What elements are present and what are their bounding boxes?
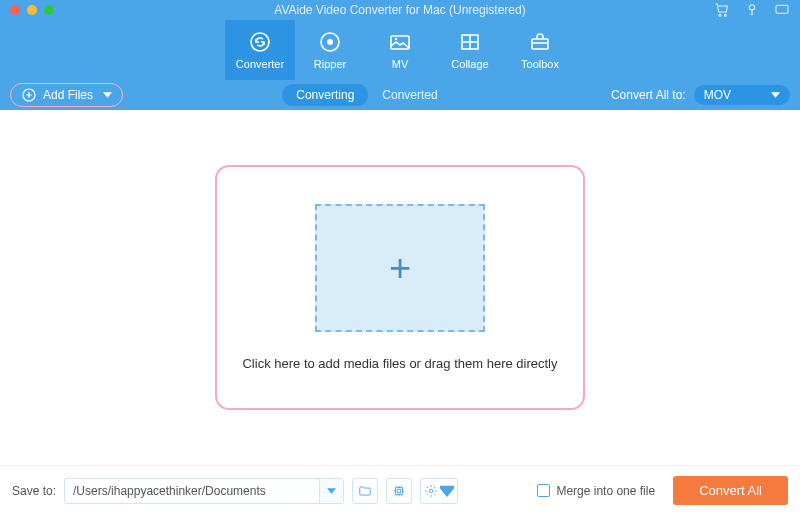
nav-label: MV	[392, 58, 409, 70]
key-icon[interactable]	[744, 2, 760, 18]
feedback-icon[interactable]	[774, 2, 790, 18]
ripper-icon	[318, 30, 342, 54]
svg-rect-7	[391, 36, 409, 49]
svg-rect-10	[532, 39, 548, 49]
minimize-window-button[interactable]	[27, 5, 37, 15]
cart-icon[interactable]	[714, 2, 730, 18]
nav-converter[interactable]: Converter	[225, 20, 295, 80]
nav-label: Collage	[451, 58, 488, 70]
chevron-down-icon	[771, 92, 780, 98]
window-title: AVAide Video Converter for Mac (Unregist…	[0, 3, 800, 17]
plus-circle-icon	[21, 87, 37, 103]
svg-point-0	[719, 14, 721, 16]
chevron-down-icon	[103, 92, 112, 98]
bottom-bar: Save to: Merge into one file Convert All	[0, 465, 800, 515]
save-to-label: Save to:	[12, 484, 56, 498]
close-window-button[interactable]	[10, 5, 20, 15]
traffic-lights	[10, 5, 54, 15]
save-to-dropdown[interactable]	[319, 479, 343, 503]
nav-label: Ripper	[314, 58, 346, 70]
gpu-accel-button[interactable]	[386, 478, 412, 504]
add-files-button[interactable]: Add Files	[10, 83, 123, 107]
mv-icon	[388, 30, 412, 54]
converter-icon	[248, 30, 272, 54]
dropzone[interactable]: + Click here to add media files or drag …	[215, 165, 585, 410]
toolbox-icon	[528, 30, 552, 54]
nav-toolbox[interactable]: Toolbox	[505, 20, 575, 80]
folder-icon	[358, 484, 372, 498]
nav-label: Converter	[236, 58, 284, 70]
main-nav: Converter Ripper MV Collage Toolbox	[0, 20, 800, 80]
svg-point-2	[749, 5, 754, 10]
svg-rect-12	[396, 487, 403, 494]
main-area: + Click here to add media files or drag …	[0, 110, 800, 465]
maximize-window-button[interactable]	[44, 5, 54, 15]
chevron-down-icon	[327, 488, 336, 494]
convert-all-to-label: Convert All to:	[611, 88, 686, 102]
settings-button[interactable]	[420, 478, 458, 504]
svg-point-14	[429, 489, 433, 493]
tab-converting[interactable]: Converting	[282, 84, 368, 106]
gear-icon	[424, 484, 438, 498]
add-files-label: Add Files	[43, 88, 93, 102]
nav-mv[interactable]: MV	[365, 20, 435, 80]
convert-all-to: Convert All to: MOV	[611, 85, 790, 105]
svg-point-6	[327, 39, 333, 45]
merge-label: Merge into one file	[556, 484, 655, 498]
nav-label: Toolbox	[521, 58, 559, 70]
nav-ripper[interactable]: Ripper	[295, 20, 365, 80]
svg-point-8	[395, 38, 397, 40]
plus-icon: +	[389, 247, 411, 290]
svg-rect-13	[397, 489, 401, 493]
chevron-down-icon	[440, 484, 454, 498]
svg-point-4	[251, 33, 269, 51]
output-format-value: MOV	[704, 88, 731, 102]
save-to-input[interactable]	[65, 484, 319, 498]
status-tabs: Converting Converted	[282, 84, 451, 106]
tab-converted[interactable]: Converted	[368, 84, 451, 106]
dropzone-hint: Click here to add media files or drag th…	[242, 356, 557, 371]
save-to-field	[64, 478, 344, 504]
dropzone-inner: +	[315, 204, 485, 332]
svg-point-1	[724, 14, 726, 16]
merge-checkbox[interactable]: Merge into one file	[537, 484, 655, 498]
collage-icon	[458, 30, 482, 54]
open-folder-button[interactable]	[352, 478, 378, 504]
output-format-select[interactable]: MOV	[694, 85, 790, 105]
sub-toolbar: Add Files Converting Converted Convert A…	[0, 80, 800, 110]
chip-icon	[392, 484, 406, 498]
window-titlebar: AVAide Video Converter for Mac (Unregist…	[0, 0, 800, 20]
checkbox-icon	[537, 484, 550, 497]
convert-all-button[interactable]: Convert All	[673, 476, 788, 505]
nav-collage[interactable]: Collage	[435, 20, 505, 80]
